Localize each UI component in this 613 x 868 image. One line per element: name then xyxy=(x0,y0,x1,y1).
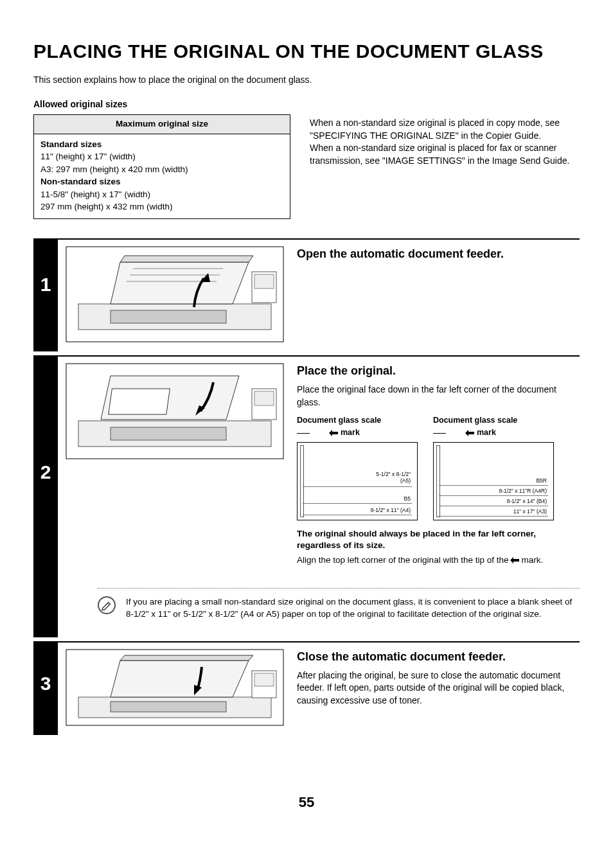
max-size-header: Maximum original size xyxy=(34,115,290,134)
step-3-illustration xyxy=(66,649,284,726)
right-note-2: When a non-standard size original is pla… xyxy=(310,142,580,167)
svg-rect-17 xyxy=(254,391,274,405)
glass-scale-left: Document glass scale mark 5-1/2" x 8-1/2… xyxy=(297,415,418,520)
page-title: PLACING THE ORIGINAL ON THE DOCUMENT GLA… xyxy=(33,39,580,65)
step-3-text: Close the automatic document feeder. Aft… xyxy=(297,649,580,726)
step-1-text: Open the automatic document feeder. xyxy=(297,246,580,342)
intro-text: This section explains how to place the o… xyxy=(33,74,580,86)
corner-placement-note: The original should always be placed in … xyxy=(297,528,580,551)
svg-marker-19 xyxy=(329,430,338,436)
sizes-row: Maximum original size Standard sizes 11"… xyxy=(33,114,580,219)
standard-sizes-label: Standard sizes xyxy=(40,138,283,151)
svg-rect-30 xyxy=(254,673,274,686)
step-1-heading: Open the automatic document feeder. xyxy=(297,246,580,261)
max-size-table: Maximum original size Standard sizes 11"… xyxy=(33,114,290,219)
nonstandard-size-1: 11-5/8" (height) x 17" (width) xyxy=(40,188,283,201)
step-2-heading: Place the original. xyxy=(297,363,580,378)
glass-left-diagram: 5-1/2" x 8-1/2" (A5) B5 8-1/2" x 11" (A4… xyxy=(297,442,418,520)
step-3-number: 3 xyxy=(33,642,58,735)
align-note: Align the top left corner of the origina… xyxy=(297,554,580,566)
step-3-heading: Close the automatic document feeder. xyxy=(297,649,580,664)
glass-scale-right: Document glass scale mark B5R xyxy=(433,415,554,520)
tip-note: If you are placing a small non-standard … xyxy=(98,588,580,628)
tip-text: If you are placing a small non-standard … xyxy=(126,596,580,621)
step-2-text: Place the original. Place the original f… xyxy=(297,363,580,566)
svg-marker-20 xyxy=(465,430,474,436)
glass-right-diagram: B5R 8-1/2" x 11"R (A4R) 8-1/2" x 14" (B4… xyxy=(433,442,554,520)
svg-rect-15 xyxy=(109,389,170,414)
step-1-content: Open the automatic document feeder. xyxy=(58,240,580,351)
glass-scale-title-left: Document glass scale xyxy=(297,415,418,426)
nonstandard-sizes-label: Non-standard sizes xyxy=(40,175,283,188)
step-2-illustration xyxy=(66,363,284,566)
step-3-desc: After placing the original, be sure to c… xyxy=(297,669,580,707)
svg-rect-25 xyxy=(111,702,226,712)
right-reference-note: When a non-standard size original is pla… xyxy=(310,114,580,219)
svg-marker-26 xyxy=(111,660,249,697)
step-1-number: 1 xyxy=(33,240,58,351)
step-3-content: Close the automatic document feeder. Aft… xyxy=(58,642,580,735)
step-2: 2 Place the original. Place the origin xyxy=(33,355,580,637)
allowed-sizes-heading: Allowed original sizes xyxy=(33,98,580,111)
step-2-content: Place the original. Place the original f… xyxy=(58,357,580,637)
max-size-body: Standard sizes 11" (height) x 17" (width… xyxy=(34,134,290,218)
standard-size-2: A3: 297 mm (height) x 420 mm (width) xyxy=(40,163,283,176)
svg-line-22 xyxy=(107,603,109,605)
mark-label-right: mark xyxy=(465,427,496,438)
mark-label-left: mark xyxy=(329,427,360,438)
svg-marker-21 xyxy=(510,557,519,563)
center-mark-icon xyxy=(465,430,474,436)
pencil-note-icon xyxy=(98,596,116,614)
step-2-desc: Place the original face down in the far … xyxy=(297,384,580,409)
svg-marker-27 xyxy=(120,655,253,660)
glass-scale-title-right: Document glass scale xyxy=(433,415,554,426)
step-3: 3 Close the automatic document feeder. A… xyxy=(33,641,580,735)
svg-marker-4 xyxy=(120,256,253,262)
svg-rect-13 xyxy=(111,427,226,440)
step-1-illustration xyxy=(66,246,284,342)
step-2-number: 2 xyxy=(33,357,58,637)
glass-scale-diagrams: Document glass scale mark 5-1/2" x 8-1/2… xyxy=(297,415,580,520)
svg-rect-10 xyxy=(254,274,274,288)
step-1: 1 Open the automatic document feeder. xyxy=(33,238,580,351)
center-mark-icon xyxy=(329,430,338,436)
page-number: 55 xyxy=(33,793,580,812)
nonstandard-size-2: 297 mm (height) x 432 mm (width) xyxy=(40,200,283,213)
svg-rect-2 xyxy=(111,310,226,323)
center-mark-icon xyxy=(510,557,519,563)
right-note-1: When a non-standard size original is pla… xyxy=(310,117,580,142)
standard-size-1: 11" (height) x 17" (width) xyxy=(40,150,283,163)
